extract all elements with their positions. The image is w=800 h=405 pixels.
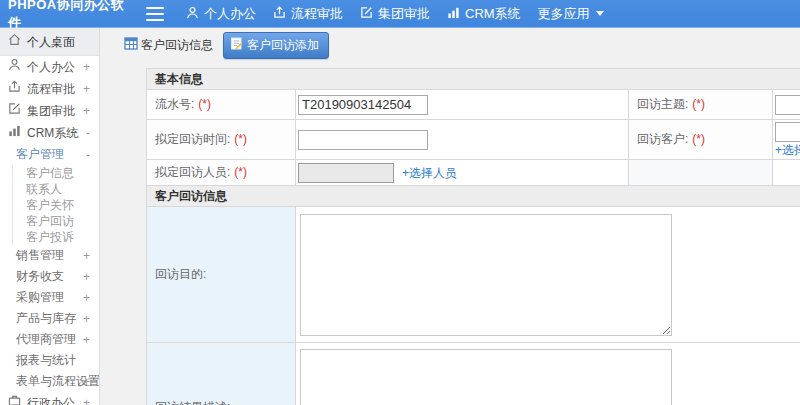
serial-number-label: 流水号:(*) [147, 90, 296, 120]
nav-item-more-apps[interactable]: 更多应用 [538, 5, 604, 23]
required-mark: (*) [198, 97, 211, 111]
visit-result-textarea[interactable] [300, 349, 672, 405]
select-person-link[interactable]: +选择人员 [402, 166, 457, 180]
sidebar-item-label: 销售管理 [16, 248, 64, 262]
planned-visit-time-cell [296, 120, 629, 160]
sidebar-item-label: CRM系统 [27, 122, 78, 144]
visit-topic-input[interactable] [775, 95, 800, 115]
sidebar-item-group-approval[interactable]: 集团审批 + [0, 100, 99, 122]
sidebar-item-customer-management[interactable]: 客户管理 - [0, 144, 99, 165]
bar-chart-icon [8, 122, 27, 144]
sidebar-item-workflow-approval[interactable]: 流程审批 + [0, 78, 99, 100]
nav-item-group-approval[interactable]: 集团审批 [360, 5, 430, 23]
sidebar-item-sales-management[interactable]: 销售管理 + [0, 245, 99, 266]
sidebar-item-reports-statistics[interactable]: 报表与统计 [0, 350, 99, 371]
top-navbar: PHPOA协同办公软件 个人办公 流程审批 集团审批 CRM系统 更多应用 [0, 0, 800, 28]
visit-topic-label: 回访主题:(*) [629, 90, 773, 120]
flow-icon [8, 78, 27, 100]
visit-result-cell [296, 343, 800, 405]
required-mark: (*) [234, 132, 247, 146]
phpoa-app: { "topnav": { "logo": "PHPOA协同办公软件", "it… [0, 0, 800, 405]
expand-icon: + [83, 392, 90, 405]
sidebar-item-label: 报表与统计 [16, 353, 76, 367]
section-header-visit-info: 客户回访信息 [147, 186, 800, 207]
tab-customer-visit-info[interactable]: 客户回访信息 [124, 37, 213, 54]
sidebar-item-personal-desktop[interactable]: 个人桌面 [0, 28, 99, 56]
expand-icon: - [86, 144, 90, 165]
nav-item-workflow-approval[interactable]: 流程审批 [273, 5, 343, 23]
visit-purpose-cell [296, 207, 800, 343]
empty-field-cell [773, 160, 800, 186]
visit-form-table: 基本信息 流水号:(*) 回访主题:(*) 拟定回访时间:(*) [146, 68, 800, 405]
visit-topic-cell [773, 90, 800, 120]
nav-item-label: 个人办公 [204, 5, 256, 23]
nav-item-label: CRM系统 [465, 5, 521, 23]
expand-icon: + [83, 78, 90, 100]
sidebar-item-crm-system[interactable]: CRM系统 - [0, 122, 99, 144]
edit-square-icon [360, 6, 378, 22]
planned-visit-person-cell: +选择人员 [296, 160, 629, 186]
visit-form: 基本信息 流水号:(*) 回访主题:(*) 拟定回访时间:(*) [146, 68, 800, 405]
top-nav-items: 个人办公 流程审批 集团审批 CRM系统 更多应用 [186, 5, 621, 23]
sidebar-item-personal-office[interactable]: 个人办公 + [0, 56, 99, 78]
flow-icon [273, 6, 291, 22]
nav-item-label: 集团审批 [378, 5, 430, 23]
visit-customer-cell: +选择企业 [773, 120, 800, 160]
planned-visit-person-label: 拟定回访人员:(*) [147, 160, 296, 186]
edit-square-icon [8, 100, 27, 122]
sidebar-item-contacts[interactable]: 联系人 [13, 181, 99, 197]
empty-label-cell [629, 160, 773, 186]
sidebar-item-label: 客户关怀 [26, 198, 74, 212]
tab-label: 客户回访信息 [141, 37, 213, 54]
expand-icon: + [83, 371, 90, 392]
form-edit-icon [230, 37, 247, 53]
hamburger-menu-icon[interactable] [146, 7, 164, 21]
sidebar-item-label: 采购管理 [16, 290, 64, 304]
tab-customer-visit-add[interactable]: 客户回访添加 [223, 32, 329, 59]
select-company-link[interactable]: +选择企业 [775, 143, 800, 157]
sidebar-item-label: 产品与库存 [16, 311, 76, 325]
sidebar-item-admin-office[interactable]: 行政办公 + [0, 392, 99, 405]
table-grid-icon [124, 37, 141, 53]
visit-purpose-label: 回访目的: [147, 207, 296, 343]
caret-down-icon [596, 11, 604, 16]
sidebar-item-agent-management[interactable]: 代理商管理 + [0, 329, 99, 350]
sidebar-item-label: 财务收支 [16, 269, 64, 283]
sidebar-item-label: 集团审批 [27, 100, 75, 122]
sidebar-item-purchasing[interactable]: 采购管理 + [0, 287, 99, 308]
sidebar-item-label: 客户投诉 [26, 230, 74, 244]
sidebar-item-customer-complaint[interactable]: 客户投诉 [13, 229, 99, 245]
sidebar-item-products-inventory[interactable]: 产品与库存 + [0, 308, 99, 329]
sidebar-item-form-workflow-settings[interactable]: 表单与流程设置 + [0, 371, 99, 392]
visit-customer-input[interactable] [775, 122, 800, 142]
expand-icon: + [83, 245, 90, 266]
visit-result-label: 回访结果描述: [147, 343, 296, 405]
visit-purpose-textarea[interactable] [300, 214, 672, 336]
visit-customer-label: 回访客户:(*) [629, 120, 773, 160]
sidebar-item-label: 客户回访 [26, 214, 74, 228]
app-logo: PHPOA协同办公软件 [8, 0, 136, 32]
serial-number-input[interactable] [298, 95, 428, 115]
bar-chart-icon [447, 6, 465, 22]
expand-icon: - [86, 122, 90, 144]
planned-visit-time-input[interactable] [298, 130, 428, 150]
nav-item-label: 更多应用 [538, 5, 590, 23]
sidebar-item-finance[interactable]: 财务收支 + [0, 266, 99, 287]
expand-icon: + [83, 287, 90, 308]
section-header-basic-info: 基本信息 [147, 69, 800, 90]
sidebar-item-customer-info[interactable]: 客户信息 [13, 165, 99, 181]
expand-icon: + [83, 56, 90, 78]
required-mark: (*) [692, 97, 705, 111]
sidebar-item-label: 联系人 [26, 182, 62, 196]
required-mark: (*) [234, 165, 247, 179]
briefcase-icon [8, 392, 27, 405]
submenu-group: 客户信息 联系人 客户关怀 客户回访 客户投诉 [12, 165, 99, 245]
nav-item-personal-office[interactable]: 个人办公 [186, 5, 256, 23]
planned-visit-person-input[interactable] [298, 163, 394, 183]
sidebar-item-customer-visit[interactable]: 客户回访 [13, 213, 99, 229]
nav-item-crm-system[interactable]: CRM系统 [447, 5, 521, 23]
sidebar-item-customer-care[interactable]: 客户关怀 [13, 197, 99, 213]
expand-icon: + [83, 308, 90, 329]
nav-item-label: 流程审批 [291, 5, 343, 23]
user-icon [8, 56, 27, 78]
